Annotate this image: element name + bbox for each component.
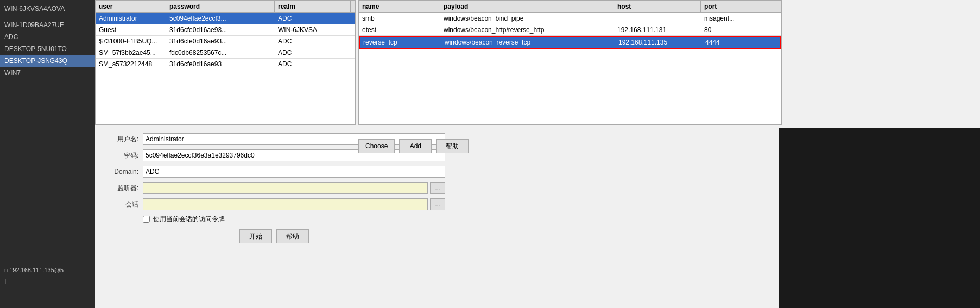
cell-host: 192.168.111.131 <box>614 24 701 35</box>
sidebar-item-5[interactable]: DESKTOP-JSNG43Q <box>0 55 95 67</box>
table-row[interactable]: $731000-F1B5UQ... 31d6cfe0d16ae93... ADC <box>96 36 355 47</box>
table-row[interactable]: reverse_tcp windows/beacon_reverse_tcp 1… <box>359 36 781 49</box>
table-row[interactable]: etest windows/beacon_http/reverse_http 1… <box>359 24 781 36</box>
col-header-port: port <box>701 1 744 12</box>
payload-table-body: smb windows/beacon_bind_pipe msagent... … <box>359 13 781 124</box>
choose-button[interactable]: Choose <box>358 139 395 153</box>
cell-password: 31d6cfe0d16ae93 <box>166 59 275 70</box>
username-label: 用户名: <box>103 135 138 144</box>
domain-row: Domain: <box>103 166 445 178</box>
main-area: user password realm Administrator 5c094e… <box>95 0 980 308</box>
col-header-name: name <box>359 1 440 12</box>
left-sidebar: WIN-6JKVSA4AOVA WIN-1D09BAA27UF ADC DESK… <box>0 0 95 308</box>
token-checkbox[interactable] <box>143 216 150 223</box>
sidebar-item-0[interactable]: WIN-6JKVSA4AOVA <box>0 3 95 15</box>
table-row[interactable]: Administrator 5c094effae2eccf3... ADC <box>96 13 355 24</box>
sidebar-cmd: ] <box>0 275 95 286</box>
credentials-table-header: user password realm <box>96 1 355 13</box>
sidebar-item-6[interactable]: WIN7 <box>0 67 95 79</box>
cell-password: fdc0db68253567c... <box>166 47 275 58</box>
add-button[interactable]: Add <box>399 139 432 153</box>
listener-row: 监听器: ... <box>103 182 445 194</box>
listener-browse-button[interactable]: ... <box>430 182 445 194</box>
domain-input[interactable] <box>143 166 445 178</box>
table-row[interactable]: Guest 31d6cfe0d16ae93... WIN-6JKVSA <box>96 24 355 36</box>
cell-user: Administrator <box>96 13 166 24</box>
listener-label: 监听器: <box>103 184 138 193</box>
cell-realm: ADC <box>275 13 351 24</box>
cell-port: msagent... <box>701 13 744 24</box>
cell-port: 80 <box>701 24 744 35</box>
cell-name: smb <box>359 13 440 24</box>
cell-host: 192.168.111.135 <box>615 37 702 48</box>
sidebar-item-2[interactable]: WIN-1D09BAA27UF <box>0 19 95 31</box>
session-browse-button[interactable]: ... <box>430 198 445 210</box>
cell-name: etest <box>359 24 440 35</box>
terminal-area <box>779 128 980 308</box>
payload-help-button[interactable]: 帮助 <box>436 139 469 153</box>
col-header-password: password <box>166 1 275 12</box>
cell-user: $731000-F1B5UQ... <box>96 36 166 47</box>
session-label: 会话 <box>103 200 138 209</box>
token-checkbox-label: 使用当前会话的访问令牌 <box>153 215 225 224</box>
action-buttons: 开始 帮助 <box>103 229 445 243</box>
col-header-payload: payload <box>440 1 614 12</box>
cell-payload: windows/beacon_http/reverse_http <box>440 24 614 35</box>
col-header-realm: realm <box>275 1 351 12</box>
sidebar-item-3[interactable]: ADC <box>0 31 95 43</box>
cell-realm: ADC <box>275 47 351 58</box>
password-label: 密码: <box>103 151 138 160</box>
checkbox-row: 使用当前会话的访问令牌 <box>143 215 445 224</box>
table-row[interactable]: SM_57f3bb2ae45... fdc0db68253567c... ADC <box>96 47 355 59</box>
session-input[interactable] <box>143 198 428 210</box>
col-header-user: user <box>96 1 166 12</box>
payload-table-header: name payload host port <box>359 1 781 13</box>
cell-name: reverse_tcp <box>360 37 441 48</box>
credentials-table-body: Administrator 5c094effae2eccf3... ADC Gu… <box>96 13 355 124</box>
cell-realm: ADC <box>275 59 351 70</box>
listener-input[interactable] <box>143 182 428 194</box>
form-help-button[interactable]: 帮助 <box>276 229 309 243</box>
sidebar-item-4[interactable]: DESKTOP-5NU01TO <box>0 43 95 55</box>
cell-realm: WIN-6JKVSA <box>275 24 351 35</box>
credentials-table: user password realm Administrator 5c094e… <box>95 0 356 125</box>
cell-payload: windows/beacon_bind_pipe <box>440 13 614 24</box>
table-row[interactable]: SM_a5732212448 31d6cfe0d16ae93 ADC <box>96 59 355 70</box>
table-row[interactable]: smb windows/beacon_bind_pipe msagent... <box>359 13 781 24</box>
cell-password: 5c094effae2eccf3... <box>166 13 275 24</box>
domain-label: Domain: <box>103 168 138 175</box>
session-row: 会话 ... <box>103 198 445 210</box>
cell-host <box>614 13 701 24</box>
cell-user: Guest <box>96 24 166 35</box>
cell-payload: windows/beacon_reverse_tcp <box>441 37 615 48</box>
cell-realm: ADC <box>275 36 351 47</box>
cell-user: SM_57f3bb2ae45... <box>96 47 166 58</box>
payload-table: name payload host port smb windows/beaco… <box>358 0 782 125</box>
sidebar-item-1[interactable] <box>0 15 95 19</box>
cell-password: 31d6cfe0d16ae93... <box>166 36 275 47</box>
cell-port: 4444 <box>702 37 745 48</box>
cell-user: SM_a5732212448 <box>96 59 166 70</box>
payload-action-buttons: Choose Add 帮助 <box>358 135 469 158</box>
col-header-host: host <box>614 1 701 12</box>
cell-password: 31d6cfe0d16ae93... <box>166 24 275 35</box>
sidebar-bottom-info: n 192.168.111.135@5 <box>0 265 95 275</box>
start-button[interactable]: 开始 <box>239 229 272 243</box>
